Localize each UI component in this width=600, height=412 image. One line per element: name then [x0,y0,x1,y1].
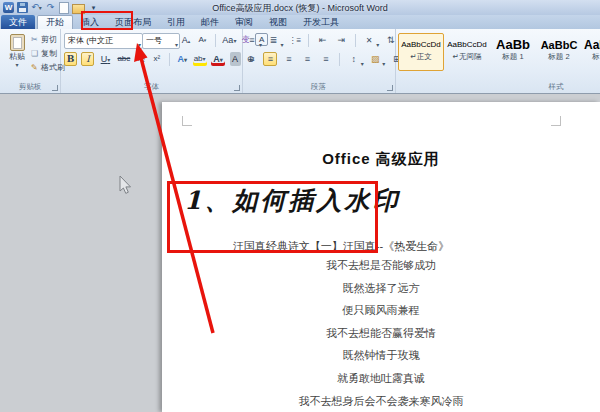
distribute-icon[interactable] [319,52,333,66]
grow-font-button[interactable]: A▴ [180,33,192,47]
style-heading3[interactable]: AaB 标 [580,33,600,71]
text-effects-button[interactable]: A▾ [176,52,188,66]
styles-group: AaBbCcDd ↵正文 AaBbCcDd ↵无间隔 AaBb 标题 1 AaB… [396,29,600,93]
format-painter-button[interactable]: ✎格式刷 [31,62,65,74]
superscript-button[interactable]: x² [151,52,162,66]
format-painter-icon: ✎ [31,62,41,74]
style-normal[interactable]: AaBbCcDd ↵正文 [398,33,444,71]
align-left-icon[interactable] [245,52,259,66]
annotation-box-page-layout-tab [81,11,133,30]
cut-button[interactable]: ✂剪切 [31,34,57,46]
poem-line: 我不去想能否赢得爱情 [162,322,600,345]
annotation-box-heading [167,181,378,253]
italic-button[interactable]: I [81,52,94,66]
tab-developer[interactable]: 开发工具 [295,15,347,29]
decrease-indent-icon[interactable] [316,33,330,47]
paste-icon [10,34,25,51]
subscript-button[interactable]: x₂ [136,52,147,66]
clipboard-dialog-launcher-icon[interactable] [52,85,58,91]
cut-icon: ✂ [31,34,41,46]
bullets-icon[interactable] [245,33,259,47]
align-right-icon[interactable] [282,52,296,66]
justify-icon[interactable] [300,52,314,66]
shading-icon[interactable] [368,52,382,66]
strikethrough-button[interactable]: abc [116,52,131,66]
character-shading-button[interactable]: A [230,52,241,66]
tab-review[interactable]: 审阅 [227,15,261,29]
font-size-select[interactable]: 一号▾ [142,33,180,49]
poem-line: 我不去想身后会不会袭来寒风冷雨 [162,390,600,412]
style-heading1[interactable]: AaBb 标题 1 [490,33,536,71]
increase-indent-icon[interactable] [334,33,348,47]
font-group-label: 字体 [61,82,242,92]
numbering-icon[interactable] [266,33,280,47]
font-group: 宋体 (中文正▾ 一号▾ A▴ A▾ Aa▾ 变 A B I U▾ abc x₂… [61,29,243,93]
paragraph-dialog-launcher-icon[interactable] [387,85,393,91]
align-center-icon[interactable] [263,52,277,66]
paste-button[interactable]: 粘贴 ▾ [4,33,30,79]
margin-mark-left [182,116,192,126]
poem-line: 便只顾风雨兼程 [162,299,600,322]
clipboard-group: 粘贴 ▾ ✂剪切 ❏复制 ✎格式刷 剪贴板 [0,29,61,93]
document-page[interactable]: Office 高级应用 1、如何插入水印 汪国真经典诗文【一】汪国真--《热爱生… [162,102,600,412]
paragraph-group-label: 段落 [242,82,395,92]
margin-mark-right [551,116,561,126]
multilevel-list-icon[interactable] [288,33,302,47]
ribbon: 粘贴 ▾ ✂剪切 ❏复制 ✎格式刷 剪贴板 宋体 (中文正▾ 一号▾ A▴ A▾… [0,29,600,94]
poem-line: 既然选择了远方 [162,277,600,300]
copy-icon: ❏ [31,48,41,60]
underline-button[interactable]: U▾ [99,52,112,66]
copy-button[interactable]: ❏复制 [31,48,57,60]
styles-group-label: 样式 [516,82,596,92]
tab-mailings[interactable]: 邮件 [193,15,227,29]
tab-references[interactable]: 引用 [159,15,193,29]
bold-button[interactable]: B [64,52,77,66]
tab-view[interactable]: 视图 [261,15,295,29]
asian-layout-icon[interactable] [362,33,376,47]
poem-line: 既然钟情于玫瑰 [162,344,600,367]
poem-line: 就勇敢地吐露真诚 [162,367,600,390]
document-workspace: Office 高级应用 1、如何插入水印 汪国真经典诗文【一】汪国真--《热爱生… [0,94,600,412]
paragraph-group: ▾ ▾ ▾ ▾ ▾ ▾ 段落 [242,29,396,93]
line-spacing-icon[interactable] [347,52,361,66]
paste-dropdown-icon[interactable]: ▾ [4,61,30,68]
poem-line: 我不去想是否能够成功 [162,254,600,277]
font-name-select[interactable]: 宋体 (中文正▾ [64,33,143,49]
change-case-button[interactable]: Aa▾ [222,33,236,47]
font-color-button[interactable]: A▾ [211,52,225,66]
poem-block: 我不去想是否能够成功 既然选择了远方 便只顾风雨兼程 我不去想能否赢得爱情 既然… [162,254,600,412]
shrink-font-button[interactable]: A▾ [196,33,208,47]
font-dialog-launcher-icon[interactable] [234,85,240,91]
style-no-spacing[interactable]: AaBbCcDd ↵无间隔 [444,33,490,71]
tab-home[interactable]: 开始 [37,15,73,29]
highlight-button[interactable]: ab▾ [193,52,207,66]
tab-file[interactable]: 文件 [1,15,35,29]
style-heading2[interactable]: AaBbC 标题 2 [536,33,582,71]
document-title: Office 高级应用 [162,150,600,169]
clipboard-group-label: 剪贴板 [0,82,60,92]
